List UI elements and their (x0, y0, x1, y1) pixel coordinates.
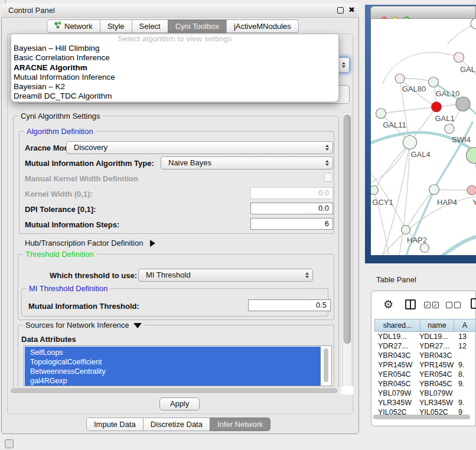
table-cell[interactable]: YBR045C (374, 379, 419, 389)
sources-group-title[interactable]: Sources for Network Inference (23, 321, 144, 330)
kernel-width-field[interactable]: 0.0 (250, 187, 333, 199)
column-header-name[interactable]: name (420, 319, 454, 332)
table-cell[interactable]: YIL052C (419, 407, 455, 415)
table-row[interactable]: YLR345WYLR345W9. (374, 398, 476, 407)
tab-discretize-data[interactable]: Discretize Data (143, 418, 210, 431)
which-threshold-combo[interactable]: MI Threshold (138, 269, 313, 282)
table-cell[interactable]: YLR345W (419, 398, 455, 407)
table-cell[interactable]: 9. (455, 398, 476, 407)
table-row[interactable]: YER054CYER054C8. (374, 370, 476, 379)
network-node[interactable] (420, 244, 429, 253)
checked-checkbox-icon[interactable]: ✓ (424, 302, 431, 308)
tab-style[interactable]: Style (100, 19, 132, 33)
unchecked-checkbox-icon[interactable] (446, 302, 452, 308)
network-node-gcy1[interactable] (371, 186, 379, 195)
network-edge[interactable] (434, 190, 472, 190)
network-node-swi4[interactable] (445, 124, 454, 133)
table-cell[interactable]: 9. (455, 379, 476, 389)
network-node[interactable] (467, 148, 476, 164)
network-node-gal11[interactable] (376, 109, 386, 119)
tab-cyni-toolbox[interactable]: Cyni Toolbox (168, 19, 227, 33)
checked-checkbox-icon[interactable]: ✓ (432, 302, 439, 308)
network-node-gal1[interactable] (432, 102, 442, 112)
hub-definition-toggle[interactable]: Hub/Transcription Factor Definition (25, 239, 155, 247)
attribute-list-item[interactable]: BetweennessCentrality (30, 367, 106, 376)
table-row[interactable]: YBR043CYBR043C (374, 351, 476, 360)
network-node-gal10[interactable] (429, 77, 439, 87)
table-cell[interactable]: 8. (455, 370, 476, 379)
network-edge[interactable] (374, 142, 410, 190)
mi-threshold-field[interactable]: 0.5 (248, 299, 331, 311)
dropdown-item[interactable]: Dream8 DC_TDC Algorithm (11, 92, 338, 101)
tab-infer-network[interactable]: Infer Network (210, 418, 270, 431)
apply-button[interactable]: Apply (159, 397, 200, 410)
network-edge[interactable] (442, 236, 476, 255)
tab-network[interactable]: Network (47, 19, 100, 33)
network-node-hap4[interactable] (429, 185, 439, 195)
table-cell[interactable]: 13 (455, 332, 476, 341)
table-cell[interactable]: YBL079W (419, 389, 455, 398)
manual-kernel-checkbox[interactable] (324, 173, 332, 182)
table-cell[interactable]: YER054C (419, 370, 455, 379)
table-cell[interactable]: YBR045C (419, 379, 455, 389)
mi-steps-field[interactable]: 6 (250, 218, 333, 230)
unchecked-checkbox-icon[interactable] (454, 302, 461, 308)
table-row[interactable]: YDR27...YDR27...12 (374, 341, 476, 351)
attribute-list-item[interactable]: SelfLoops (30, 348, 63, 357)
settings-hscrollbar-thumb[interactable] (11, 388, 338, 393)
attribute-list-scrollbar[interactable] (324, 348, 328, 382)
table-row[interactable]: YPR145WYPR145W9. (374, 360, 476, 370)
partial-toolbar-icon[interactable] (471, 298, 476, 309)
column-header-partial[interactable]: A (454, 319, 476, 332)
collapsed-panel-icon[interactable] (5, 439, 14, 448)
table-cell[interactable]: 9. (455, 360, 476, 370)
dropdown-item[interactable]: Bayesian – Hill Climbing (11, 44, 338, 53)
table-cell[interactable] (455, 351, 476, 360)
close-panel-icon[interactable]: ✖ (348, 5, 355, 14)
column-header-shared-name[interactable]: shared... (374, 319, 420, 332)
network-node-gal80[interactable] (395, 74, 405, 83)
network-node-hap2[interactable] (402, 226, 410, 234)
table-cell[interactable]: YBR043C (374, 351, 419, 360)
mi-type-combo[interactable]: Naive Bayes (161, 156, 333, 169)
gear-icon[interactable]: ⚙ (383, 298, 393, 311)
table-cell[interactable]: YBR043C (419, 351, 455, 360)
table-row[interactable]: YDL19...YDL19...13 (374, 332, 476, 341)
table-cell[interactable]: YBL079W (374, 389, 419, 398)
table-cell[interactable] (455, 389, 476, 398)
dpi-tolerance-field[interactable]: 0.0 (250, 203, 333, 214)
table-cell[interactable]: YIL052C (374, 407, 419, 415)
dropdown-item[interactable]: Mutual Information Inference (11, 73, 338, 82)
table-cell[interactable]: YPR145W (419, 360, 455, 370)
table-cell[interactable]: YDR27... (419, 341, 455, 351)
table-cell[interactable]: 9 (455, 407, 476, 415)
network-window-titlebar[interactable] (370, 6, 476, 19)
network-node[interactable] (456, 97, 470, 111)
dropdown-item[interactable]: Bayesian – K2 (11, 82, 338, 92)
table-cell[interactable]: YDR27... (374, 341, 419, 351)
table-cell[interactable]: YER054C (374, 370, 419, 379)
network-node-gal[interactable] (454, 53, 464, 63)
settings-vscrollbar-thumb[interactable] (344, 115, 351, 344)
dropdown-item[interactable]: Basic Correlation Inference (11, 53, 338, 63)
table-cell[interactable]: YLR345W (374, 398, 419, 407)
table-cell[interactable]: 12 (455, 341, 476, 351)
attribute-list-item[interactable]: TopologicalCoefficient (30, 357, 102, 367)
tab-jactivemnodules[interactable]: jActiveMNodules (226, 19, 299, 33)
dropdown-item[interactable]: ARACNE Algorithm (11, 63, 338, 73)
table-cell[interactable]: YDL19... (419, 332, 455, 341)
table-row[interactable]: YIL052CYIL052C9 (374, 407, 476, 415)
network-view[interactable]: GALGAL80GAL10GAL1GAL11SWI4GAL4GCY1HAP4YH… (371, 19, 476, 255)
tab-select[interactable]: Select (132, 19, 168, 33)
tab-impute-data[interactable]: Impute Data (86, 418, 144, 431)
network-node-gal4[interactable] (403, 136, 417, 149)
float-panel-icon[interactable] (337, 7, 344, 14)
aracne-mode-combo[interactable]: Discovery (66, 141, 333, 154)
network-edge[interactable] (383, 196, 476, 255)
network-node-y[interactable] (467, 185, 476, 195)
attribute-list-item[interactable]: gal4RGexp (30, 376, 67, 386)
table-cell[interactable]: YDL19... (374, 332, 419, 341)
table-cell[interactable]: YPR145W (374, 360, 419, 370)
table-hscrollbar-thumb[interactable] (373, 415, 470, 419)
network-edge[interactable] (381, 107, 436, 113)
